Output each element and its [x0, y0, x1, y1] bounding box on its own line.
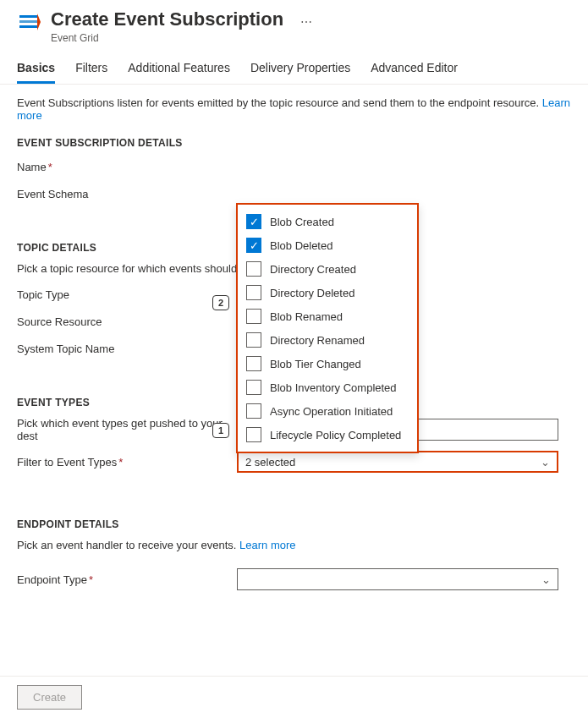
- tab-basics[interactable]: Basics: [17, 56, 55, 84]
- svg-rect-1: [19, 20, 38, 23]
- option-blob-deleted[interactable]: Blob Deleted: [241, 233, 414, 257]
- option-blob-renamed[interactable]: Blob Renamed: [241, 304, 414, 328]
- svg-rect-0: [19, 15, 38, 18]
- tab-filters[interactable]: Filters: [75, 56, 107, 84]
- event-types-dropdown[interactable]: Blob Created Blob Deleted Directory Crea…: [236, 203, 419, 453]
- source-resource-label: Source Resource: [17, 315, 237, 328]
- annotation-badge-2: 2: [212, 295, 229, 310]
- event-schema-label: Event Schema: [17, 188, 237, 200]
- filter-event-types-select[interactable]: 2 selected ⌄: [237, 451, 558, 473]
- checkbox-icon: [246, 238, 261, 253]
- tab-bar: Basics Filters Additional Features Deliv…: [0, 47, 588, 85]
- page-title: Create Event Subscription: [51, 8, 283, 30]
- checkbox-icon: [246, 214, 261, 229]
- tab-delivery-properties[interactable]: Delivery Properties: [250, 56, 350, 84]
- option-blob-tier-changed[interactable]: Blob Tier Changed: [241, 352, 414, 375]
- system-topic-name-label: System Topic Name: [17, 343, 237, 355]
- option-blob-created[interactable]: Blob Created: [241, 210, 414, 233]
- tab-additional-features[interactable]: Additional Features: [128, 56, 230, 84]
- checkbox-icon: [246, 356, 261, 371]
- filter-event-types-label: Filter to Event Types*: [17, 456, 237, 469]
- topic-type-label: Topic Type: [17, 288, 237, 301]
- name-label: Name*: [17, 161, 237, 173]
- checkbox-icon: [246, 332, 261, 348]
- endpoint-type-select[interactable]: ⌄: [237, 568, 558, 590]
- chevron-down-icon: ⌄: [541, 456, 550, 469]
- option-blob-inventory-completed[interactable]: Blob Inventory Completed: [241, 375, 414, 399]
- event-grid-icon: [17, 10, 41, 34]
- create-button[interactable]: Create: [17, 685, 82, 710]
- option-async-operation-initiated[interactable]: Async Operation Initiated: [241, 399, 414, 423]
- option-lifecycle-policy-completed[interactable]: Lifecycle Policy Completed: [241, 423, 414, 447]
- svg-marker-3: [37, 14, 41, 30]
- annotation-badge-1: 1: [212, 423, 229, 438]
- chevron-down-icon: ⌄: [541, 573, 551, 586]
- checkbox-icon: [246, 403, 261, 419]
- section-endpoint-heading: ENDPOINT DETAILS: [17, 518, 571, 530]
- checkbox-icon: [246, 380, 261, 395]
- option-directory-created[interactable]: Directory Created: [241, 257, 414, 281]
- page-subtitle: Event Grid: [51, 32, 283, 44]
- option-directory-deleted[interactable]: Directory Deleted: [241, 281, 414, 304]
- endpoint-learn-more-link[interactable]: Learn more: [239, 539, 295, 551]
- event-types-desc: Pick which event types get pushed to you…: [17, 417, 237, 442]
- checkbox-icon: [246, 261, 261, 277]
- option-directory-renamed[interactable]: Directory Renamed: [241, 328, 414, 352]
- endpoint-type-label: Endpoint Type*: [17, 573, 237, 586]
- section-subscription-heading: EVENT SUBSCRIPTION DETAILS: [17, 137, 571, 149]
- checkbox-icon: [246, 285, 261, 300]
- checkbox-icon: [246, 309, 261, 324]
- endpoint-desc: Pick an event handler to receive your ev…: [17, 539, 571, 551]
- more-actions-button[interactable]: ⋯: [300, 15, 312, 29]
- intro-text: Event Subscriptions listen for events em…: [17, 96, 571, 122]
- svg-rect-2: [19, 25, 38, 28]
- tab-advanced-editor[interactable]: Advanced Editor: [371, 56, 458, 84]
- checkbox-icon: [246, 427, 261, 442]
